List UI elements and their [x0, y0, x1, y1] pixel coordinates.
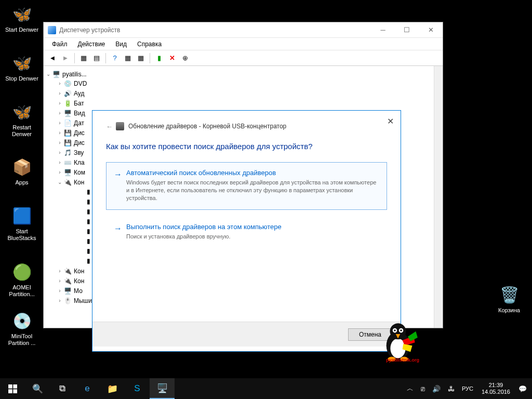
desktop-icon[interactable]: 🗑️Корзина — [489, 284, 529, 314]
toolbar-btn-5[interactable]: ▦ — [135, 52, 147, 64]
option-desc: Windows будет вести поиск последних верс… — [126, 179, 379, 202]
app-icon: 🦋 — [11, 101, 33, 123]
content-area: ⌄🖥️pyatilis... ›💿DVD›🔊Ауд›🔋Бат›🖥️Вид›📄Да… — [44, 66, 443, 328]
forward-button[interactable]: ► — [60, 52, 71, 64]
device-manager-window: Диспетчер устройств ─ ☐ ✕ ФайлДействиеВи… — [43, 22, 443, 328]
desktop-icon[interactable]: 📦Apps — [2, 156, 42, 186]
search-icon[interactable]: 🔍 — [25, 378, 50, 399]
app-icon: 🦋 — [11, 3, 33, 25]
toolbar-btn-update[interactable]: ⊕ — [179, 52, 191, 64]
watermark-text: pyatilistnik.org — [386, 357, 419, 363]
menu-item[interactable]: Файл — [47, 39, 73, 49]
icon-label: AOMEI Partition... — [2, 284, 42, 298]
icon-label: Start BlueStacks — [2, 228, 42, 242]
maximize-button[interactable]: ☐ — [395, 22, 419, 38]
notifications-icon[interactable]: 💬 — [515, 385, 530, 393]
desktop-icon[interactable]: 🦋Start Denwer — [2, 3, 42, 33]
tree-root[interactable]: ⌄🖥️pyatilis... — [45, 70, 433, 78]
option-title: Выполнить поиск драйверов на этом компью… — [126, 223, 282, 231]
icon-label: Start Denwer — [2, 26, 42, 33]
toolbar-btn-remove[interactable]: ✕ — [166, 52, 178, 64]
dialog-header: ← Обновление драйверов - Корневой USB-ко… — [106, 122, 387, 130]
tree-category[interactable]: ›💿DVD — [56, 79, 433, 88]
desktop-icon[interactable]: 🦋Restart Denwer — [2, 101, 42, 138]
driver-update-dialog: ✕ ← Обновление драйверов - Корневой USB-… — [92, 110, 401, 352]
app-icon: 🦋 — [11, 52, 33, 74]
option-desc: Поиск и установка драйверов вручную. — [126, 233, 282, 241]
volume-icon[interactable]: 🔊 — [429, 385, 444, 393]
app-icon: 🟢 — [11, 261, 33, 283]
icon-label: Корзина — [489, 307, 529, 314]
tree-category[interactable]: ›🔊Ауд — [56, 89, 433, 98]
dialog-question: Как вы хотите провести поиск драйверов д… — [106, 142, 387, 151]
dialog-close-button[interactable]: ✕ — [383, 114, 397, 128]
app-icon: 💿 — [11, 310, 33, 331]
toolbar-btn-2[interactable]: ▤ — [91, 52, 102, 64]
minimize-button[interactable]: ─ — [371, 22, 395, 38]
start-button[interactable] — [0, 378, 25, 399]
toolbar-btn-help[interactable]: ? — [109, 52, 121, 64]
svg-rect-13 — [13, 389, 17, 393]
icon-label: MiniTool Partition ... — [2, 333, 42, 347]
svg-rect-11 — [13, 384, 17, 389]
tray-chevron-icon[interactable]: ︿ — [404, 384, 417, 393]
app-icon — [48, 26, 56, 34]
window-title: Диспетчер устройств — [59, 26, 371, 34]
tree-category[interactable]: ›🔋Бат — [56, 99, 433, 108]
app-icon: 🗑️ — [498, 284, 520, 305]
icon-label: Stop Denwer — [2, 75, 42, 82]
skype-icon[interactable]: S — [125, 378, 150, 399]
desktop-icon[interactable]: 🟦Start BlueStacks — [2, 205, 42, 242]
desktop-icon[interactable]: 🦋Stop Denwer — [2, 52, 42, 82]
clock[interactable]: 21:39 14.05.2016 — [477, 382, 514, 395]
toolbar-btn-scan[interactable]: ▮ — [153, 52, 165, 64]
back-button[interactable]: ◄ — [47, 52, 58, 64]
menu-item[interactable]: Действие — [73, 39, 111, 49]
vertical-scrollbar[interactable] — [434, 66, 443, 328]
close-button[interactable]: ✕ — [419, 22, 443, 38]
svg-rect-10 — [8, 384, 12, 389]
option-auto-search[interactable]: → Автоматический поиск обновленных драйв… — [106, 162, 387, 210]
icon-label: Restart Denwer — [2, 124, 42, 138]
arrow-icon: → — [114, 170, 122, 202]
task-view-icon[interactable]: ⧉ — [50, 378, 75, 399]
explorer-icon[interactable]: 📁 — [100, 378, 125, 399]
icon-label: Apps — [2, 179, 42, 186]
desktop-icon[interactable]: 💿MiniTool Partition ... — [2, 310, 42, 347]
device-icon — [116, 122, 124, 130]
dialog-footer: Отмена — [92, 322, 401, 347]
menu-item[interactable]: Справка — [132, 39, 167, 49]
arrow-icon: → — [114, 224, 122, 241]
device-manager-taskbar-icon[interactable]: 🖥️ — [150, 378, 175, 399]
taskbar[interactable]: 🔍 ⧉ e 📁 S 🖥️ ︿ ⎚ 🔊 🖧 РУС 21:39 14.05.201… — [0, 378, 532, 399]
desktop-icon[interactable]: 🟢AOMEI Partition... — [2, 261, 42, 298]
cancel-button[interactable]: Отмена — [348, 328, 392, 341]
language-indicator[interactable]: РУС — [459, 385, 476, 392]
app-icon: 🟦 — [11, 205, 33, 227]
toolbar-btn-4[interactable]: ▦ — [122, 52, 134, 64]
app-icon: 📦 — [11, 156, 33, 178]
titlebar[interactable]: Диспетчер устройств ─ ☐ ✕ — [44, 22, 443, 38]
menubar: ФайлДействиеВидСправка — [44, 38, 443, 50]
system-tray: ︿ ⎚ 🔊 🖧 РУС 21:39 14.05.2016 💬 — [404, 382, 532, 395]
edge-icon[interactable]: e — [75, 378, 100, 399]
tray-devices-icon[interactable]: ⎚ — [418, 385, 428, 393]
network-icon[interactable]: 🖧 — [445, 385, 458, 393]
svg-rect-12 — [8, 389, 12, 393]
toolbar: ◄ ► ▦ ▤ ? ▦ ▦ ▮ ✕ ⊕ — [44, 50, 443, 66]
toolbar-btn-1[interactable]: ▦ — [78, 52, 89, 64]
option-title: Автоматический поиск обновленных драйвер… — [126, 169, 379, 177]
menu-item[interactable]: Вид — [110, 39, 132, 49]
option-browse-computer[interactable]: → Выполнить поиск драйверов на этом комп… — [106, 216, 387, 248]
